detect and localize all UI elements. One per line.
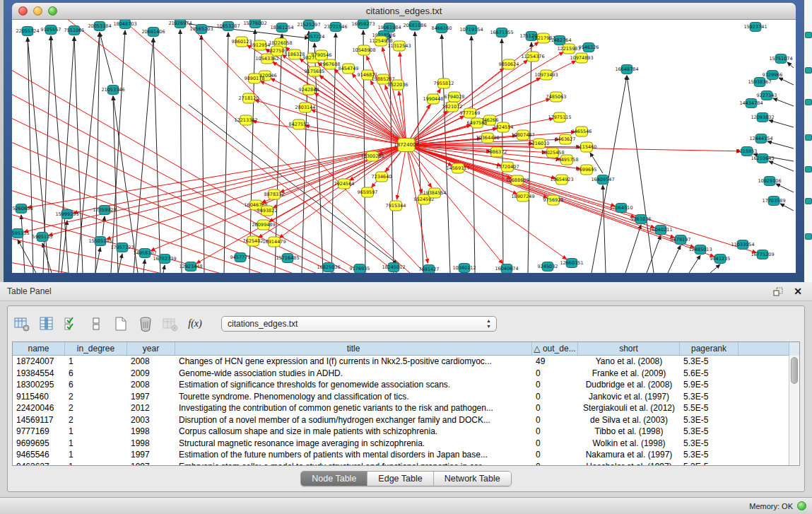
table-cell: 0 [532,379,578,391]
network-graph[interactable]: 2205572491055577551065200531841804870320… [12,20,795,273]
table-cell: 0 [532,368,578,380]
table-cell: 1997 [127,391,175,403]
graph-node-label: 9841235 [710,256,731,262]
column-header-title[interactable]: title [175,342,532,355]
graph-edge [592,76,627,273]
table-row[interactable]: 969969511998Structural magnetic resonanc… [13,438,799,450]
scrollbar-thumb[interactable] [791,357,798,384]
table-row[interactable]: 977716911998Corpus callosum shape and si… [13,426,799,438]
graph-edge [625,225,641,273]
table-cell: Estimation of the future numbers of pati… [175,449,532,461]
table-row[interactable]: 1830029562008Estimation of significance … [13,379,799,391]
tab-node-table[interactable]: Node Table [301,472,367,486]
table-tabs: Node TableEdge TableNetwork Table [8,471,804,486]
delete-table-icon[interactable] [137,316,154,332]
graph-node-label: 9860123 [232,39,252,45]
float-panel-icon[interactable] [771,286,785,297]
table-row[interactable]: 946554611997Estimation of the future num… [13,449,799,461]
column-header-year[interactable]: year [127,342,175,355]
column-header-pagerank[interactable]: pagerank [680,342,739,355]
table-cell: 0 [532,414,578,426]
graph-node-label: 10807487 [511,132,534,138]
import-table-icon[interactable] [162,316,179,332]
table-cell: 5.3E-5 [680,414,739,426]
graph-edge [769,161,794,171]
graph-edge [189,105,397,264]
graph-node-label: 9777169 [460,110,481,116]
table-cell: 1 [65,438,127,450]
memory-ok-indicator-icon [797,501,806,510]
graph-node-label: 20595135 [12,230,30,236]
table-row[interactable]: 1872400712008Changes of HCN gene express… [13,356,799,368]
table-select-dropdown[interactable]: citations_edges.txt ▲▼ [221,316,497,332]
column-header-short[interactable]: short [578,342,680,355]
table-row[interactable]: 1938455462009Genome-wide association stu… [13,368,799,380]
graph-node-label: 12093832 [751,115,774,120]
table-row[interactable]: 1456911722003Disruption of a novel membe… [13,414,799,426]
table-cell: 2008 [127,379,175,391]
table-cell: Corpus callosum shape and size in male p… [175,426,532,438]
table-body: 1872400712008Changes of HCN gene express… [13,356,799,466]
table-row[interactable]: 911546021997Tourette syndrome. Phenomeno… [13,391,799,403]
graph-edge [773,98,794,106]
graph-node-label: 11312543 [387,43,411,49]
graph-node-label: 9105557 [41,27,61,33]
new-file-icon[interactable] [112,316,129,332]
tab-edge-table[interactable]: Edge Table [367,472,433,486]
graph-node-label: 10719154 [459,27,483,33]
graph-node-label: 8878332 [264,192,285,197]
table-row[interactable]: 946362711997Embryonic stem cells: a mode… [13,461,799,467]
graph-edge [102,216,105,235]
graph-edge [528,42,531,273]
graph-edge [175,20,500,273]
tab-network-table[interactable]: Network Table [433,472,511,486]
graph-node-label: 10974893 [570,55,593,61]
network-view-window[interactable]: citations_edges.txt 22055724910555775510… [4,0,804,282]
select-columns-icon[interactable] [38,316,55,332]
graph-node-label: 11033054 [731,242,754,247]
graph-node-label: 16959273 [351,21,375,27]
zoom-window-icon[interactable] [48,6,57,16]
column-header-name[interactable]: name [13,342,65,355]
background-graph-node [805,32,812,38]
table-row[interactable]: 2242004622012Investigating the contribut… [13,402,799,414]
graph-node-label: 9245032 [538,264,558,269]
table-cell: Dudbridge et al. (2008) [578,379,680,391]
graph-node-label: 10025458 [541,150,564,156]
graph-node-label: 12660151 [560,260,583,266]
graph-edge [603,185,606,273]
column-header-in_degree[interactable]: in_degree [65,342,127,355]
graph-node-label: 15716485 [276,255,299,261]
graph-edge [134,38,153,273]
close-window-icon[interactable] [18,6,28,16]
table-cell: 0 [532,438,578,450]
window-titlebar[interactable]: citations_edges.txt [12,3,796,20]
close-panel-icon[interactable]: ✕ [791,286,805,297]
graph-node-label: 9176935 [350,266,370,271]
graph-node-label: 7955812 [434,81,454,86]
graph-node-label: 18226058 [269,40,292,46]
minimize-window-icon[interactable] [33,6,42,16]
vertical-scrollbar[interactable] [789,356,799,465]
function-builder-icon[interactable]: f(x) [187,316,204,332]
graph-node-label: 17064510 [609,205,632,211]
table-cell: Tourette syndrome. Phenomenology and cla… [175,391,532,403]
graph-node-label: 7924564 [334,181,355,187]
network-canvas[interactable]: 2205572491055577551065200531841804870320… [12,20,796,273]
row-height-icon[interactable] [88,316,105,332]
graph-edge [787,62,794,68]
table-cell: Franke et al. (2009) [578,368,680,380]
graph-node-label: 9659597 [358,189,378,195]
table-cell: 2012 [127,402,175,414]
graph-node-label: 7986372 [487,149,507,155]
graph-node-label: 8466160 [432,25,452,31]
table-options-icon[interactable] [13,316,30,332]
table-cell: 9465546 [13,449,65,461]
graph-node-label: 8912954 [250,42,271,48]
graph-node-label: 9242848 [299,87,319,93]
column-header-out_de[interactable]: △ out_de... [532,342,578,355]
graph-edge [406,145,674,238]
select-all-icon[interactable] [63,316,80,332]
graph-edge [143,259,145,273]
graph-node-label: 7915344 [386,203,406,209]
